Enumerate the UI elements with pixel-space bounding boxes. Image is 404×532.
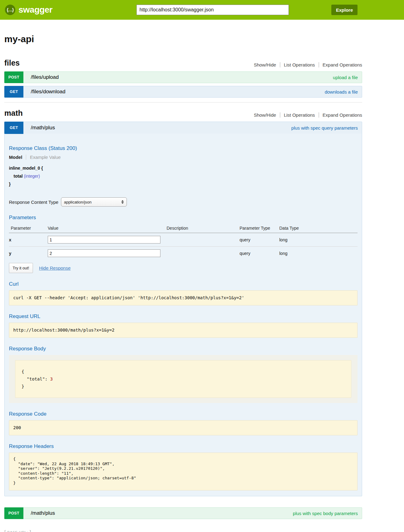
param-x-data-type: long	[279, 233, 358, 247]
section-title-files[interactable]: files	[4, 58, 20, 67]
col-header-data-type: Data Type	[279, 224, 358, 233]
files-section-controls: Show/Hide List Operations Expand Operati…	[250, 62, 362, 67]
files-download-summary-link[interactable]: downloads a file	[325, 89, 358, 95]
response-headers-heading: Response Headers	[9, 443, 358, 449]
response-content-type-label: Response Content Type	[9, 200, 59, 205]
col-header-parameter-type: Parameter Type	[240, 224, 279, 233]
response-code-heading: Response Code	[9, 411, 358, 417]
curl-heading: Curl	[9, 281, 358, 287]
operation-row-get-files-download[interactable]: GET /files/download downloads a file	[4, 86, 362, 98]
top-header: {…} swagger Explore	[0, 0, 404, 20]
model-property-type: (integer)	[24, 174, 40, 179]
select-arrows-icon	[121, 200, 124, 204]
parameter-row-x: x query long	[9, 233, 358, 247]
base-url-text: BASE URL:	[7, 530, 28, 532]
math-plus-get-summary-link[interactable]: plus with spec query parameters	[291, 125, 358, 131]
model-close-line: }	[9, 180, 358, 188]
param-y-type: query	[240, 247, 279, 260]
swagger-braces-icon: {…}	[5, 5, 15, 15]
main-content: my-api files Show/Hide List Operations E…	[4, 34, 362, 532]
response-content-type-value: application/json	[64, 200, 92, 204]
request-url-heading: Request URL	[9, 313, 358, 320]
response-class-heading: Response Class (Status 200)	[9, 145, 358, 151]
param-x-type: query	[240, 233, 279, 247]
response-code-block: 200	[9, 420, 358, 435]
swagger-url-input[interactable]	[136, 5, 289, 15]
section-title-math[interactable]: math	[4, 109, 23, 118]
tab-example-value[interactable]: Example Value	[26, 155, 61, 160]
col-header-description: Description	[167, 224, 240, 233]
files-upload-path-link[interactable]: /files/upload	[31, 74, 59, 80]
get-method-badge: GET	[4, 86, 23, 98]
base-url-label: [ BASE URL: ]	[4, 529, 362, 532]
swagger-logo[interactable]: {…} swagger	[5, 5, 52, 15]
hide-response-link[interactable]: Hide Response	[39, 265, 71, 271]
files-download-path-link[interactable]: /files/download	[31, 89, 65, 95]
model-signature: inline_model_0 { total (integer) }	[9, 164, 358, 188]
base-url-close-bracket: ]	[30, 529, 31, 532]
response-class-tabs: Model Example Value	[9, 155, 358, 160]
response-content-type-select[interactable]: application/json	[61, 197, 127, 207]
response-body-heading: Response Body	[9, 346, 358, 352]
request-url-block: http://localhost:3000/math/plus?x=1&y=2	[9, 323, 358, 338]
curl-command-block: curl -X GET --header 'Accept: applicatio…	[9, 290, 358, 305]
param-x-input[interactable]	[48, 236, 160, 244]
math-section-controls: Show/Hide List Operations Expand Operati…	[250, 112, 362, 118]
col-header-parameter: Parameter	[9, 224, 48, 233]
parameters-heading: Parameters	[9, 215, 358, 221]
param-y-data-type: long	[279, 247, 358, 260]
parameter-row-y: y query long	[9, 247, 358, 260]
model-open-line: inline_model_0 {	[9, 164, 358, 172]
page-title: my-api	[4, 34, 362, 44]
swagger-logo-text: swagger	[18, 5, 52, 15]
post-method-badge: POST	[4, 507, 23, 519]
math-plus-post-summary-link[interactable]: plus with spec body parameters	[293, 511, 358, 516]
files-upload-summary-link[interactable]: upload a file	[333, 75, 358, 80]
try-it-out-button[interactable]: Try it out!	[9, 263, 33, 273]
base-url-open-bracket: [	[4, 529, 6, 532]
param-x-name: x	[9, 233, 48, 247]
json-number-value: 3	[50, 377, 53, 381]
math-expand-operations-link[interactable]: Expand Operations	[319, 112, 362, 118]
response-headers-block: { "date": "Wed, 22 Aug 2018 18:49:13 GMT…	[9, 453, 358, 490]
col-header-value: Value	[48, 224, 167, 233]
parameters-table: Parameter Value Description Parameter Ty…	[9, 224, 358, 260]
model-property-name: total	[14, 174, 23, 179]
operation-row-post-math-plus[interactable]: POST /math/plus plus with spec body para…	[4, 507, 362, 519]
param-y-input[interactable]	[48, 249, 160, 257]
files-show-hide-link[interactable]: Show/Hide	[250, 62, 280, 67]
operation-get-math-plus-expanded: GET /math/plus plus with spec query para…	[4, 122, 362, 496]
math-list-operations-link[interactable]: List Operations	[280, 112, 319, 118]
post-method-badge: POST	[4, 71, 23, 83]
operation-row-get-math-plus[interactable]: GET /math/plus plus with spec query para…	[5, 122, 362, 134]
files-list-operations-link[interactable]: List Operations	[280, 62, 319, 67]
section-math: math Show/Hide List Operations Expand Op…	[4, 109, 362, 519]
param-y-description	[167, 247, 240, 260]
math-plus-post-path-link[interactable]: /math/plus	[31, 510, 55, 516]
math-show-hide-link[interactable]: Show/Hide	[250, 112, 280, 118]
operation-detail-panel: Response Class (Status 200) Model Exampl…	[5, 134, 362, 496]
section-files: files Show/Hide List Operations Expand O…	[4, 58, 362, 98]
parameters-header-row: Parameter Value Description Parameter Ty…	[9, 224, 358, 233]
files-expand-operations-link[interactable]: Expand Operations	[319, 62, 362, 67]
response-body-block: { "total": 3 }	[9, 355, 358, 403]
response-body-json: { "total": 3 }	[15, 360, 351, 398]
param-y-name: y	[9, 247, 48, 260]
get-method-badge: GET	[4, 122, 23, 134]
param-x-description	[167, 233, 240, 247]
explore-button[interactable]: Explore	[331, 5, 358, 15]
math-plus-get-path-link[interactable]: /math/plus	[31, 125, 55, 131]
section-divider	[4, 102, 362, 103]
operation-row-post-files-upload[interactable]: POST /files/upload upload a file	[4, 71, 362, 83]
tab-model[interactable]: Model	[9, 155, 26, 160]
